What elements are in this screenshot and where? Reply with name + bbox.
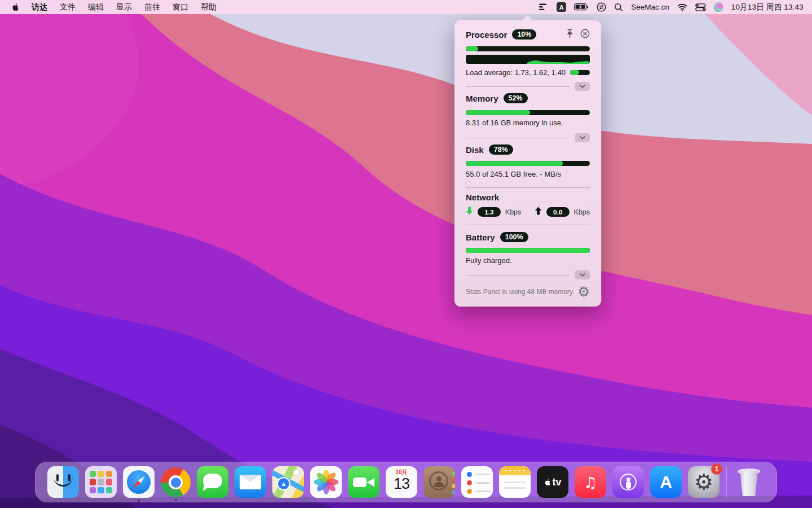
panel-footer-text: Stats Panel is using 48 MB memory. — [466, 288, 575, 296]
menu-item-view[interactable]: 显示 — [116, 2, 132, 12]
processor-section-header: Processor 10% — [466, 29, 590, 40]
battery-detail-text: Fully charged. — [466, 257, 590, 265]
input-source-icon[interactable]: A — [557, 2, 566, 12]
dock-reminders[interactable] — [461, 466, 493, 498]
load-average-text: Load average: 1.73, 1.62, 1.40 — [466, 68, 566, 77]
dock-facetime[interactable] — [348, 466, 379, 498]
dock-launchpad[interactable] — [85, 466, 117, 498]
dock-app-store[interactable]: A — [650, 466, 682, 498]
dock-maps[interactable]: ▲ — [272, 466, 304, 498]
memory-value-badge: 52% — [504, 93, 528, 103]
cpu-usage-bar — [466, 46, 590, 51]
music-note-icon: ♫ — [584, 474, 597, 491]
network-title: Network — [466, 192, 499, 202]
battery-charging-icon[interactable] — [574, 3, 589, 11]
sync-icon[interactable] — [597, 2, 606, 12]
spotlight-search-text[interactable]: SeeMac.cn — [631, 3, 669, 11]
dock-photos[interactable] — [310, 466, 342, 498]
divider — [466, 86, 570, 87]
load-mini-bar — [570, 70, 590, 75]
network-section-header: Network — [466, 191, 590, 203]
search-icon[interactable] — [614, 3, 623, 12]
processor-value-badge: 10% — [512, 29, 536, 40]
divider — [466, 138, 570, 138]
dock-safari[interactable] — [123, 466, 155, 498]
battery-section-header: Battery 100% — [466, 231, 590, 243]
memory-title: Memory — [466, 94, 498, 103]
apple-menu-icon[interactable] — [11, 2, 19, 12]
control-center-icon[interactable] — [695, 3, 706, 11]
upload-rate: 0.0 — [546, 207, 570, 217]
divider — [466, 187, 590, 188]
siri-icon[interactable] — [714, 2, 723, 12]
memory-expand-button[interactable] — [575, 133, 590, 142]
close-icon[interactable] — [580, 29, 590, 41]
dock-system-preferences[interactable]: ⚙ 1 — [688, 466, 720, 498]
processor-expand-button[interactable] — [575, 82, 590, 91]
dock-trash[interactable] — [733, 466, 765, 498]
network-rates-row: 1.3 Kbps 0.0 Kbps — [466, 207, 590, 217]
menu-clock[interactable]: 10月13日 周四 13:43 — [731, 2, 804, 12]
battery-expand-button[interactable] — [575, 270, 590, 279]
memory-usage-bar — [466, 110, 590, 115]
dock-finder[interactable] — [47, 466, 79, 498]
divider — [466, 275, 570, 275]
desktop-wallpaper — [0, 0, 812, 508]
menu-bar: 访达 文件 编辑 显示 前往 窗口 帮助 A — [0, 0, 812, 14]
memory-detail-text: 8.31 of 16 GB memory in use. — [466, 119, 590, 127]
dock-tv[interactable]: tv — [537, 466, 568, 498]
cpu-history-chart — [466, 55, 590, 64]
menu-item-edit[interactable]: 编辑 — [88, 2, 104, 12]
running-indicator — [138, 500, 140, 502]
disk-value-badge: 78% — [489, 144, 513, 155]
menu-item-go[interactable]: 前往 — [144, 2, 160, 12]
menu-item-finder[interactable]: 访达 — [32, 2, 47, 12]
download-unit: Kbps — [505, 208, 522, 216]
disk-section-header: Disk 78% — [466, 144, 590, 155]
menu-item-help[interactable]: 帮助 — [201, 2, 217, 12]
battery-level-bar — [466, 248, 590, 253]
disk-title: Disk — [466, 145, 484, 155]
divider — [466, 225, 590, 225]
dock-messages[interactable] — [197, 466, 228, 498]
notification-badge: 1 — [711, 463, 722, 475]
stats-panel: Processor 10% Load aver — [454, 20, 601, 306]
wifi-icon[interactable] — [677, 3, 687, 11]
dock-contacts[interactable] — [423, 466, 455, 498]
processor-title: Processor — [466, 30, 507, 40]
dock: ▲ 10月 13 — [35, 462, 777, 502]
battery-title: Battery — [466, 233, 495, 242]
dock-podcasts[interactable] — [612, 466, 644, 498]
stats-bars-icon[interactable] — [539, 3, 549, 11]
popover-callout-arrow — [522, 15, 532, 20]
pin-icon[interactable] — [566, 29, 574, 41]
memory-section-header: Memory 52% — [466, 93, 590, 104]
dock-calendar[interactable]: 10月 13 — [386, 466, 417, 498]
upload-arrow-icon — [535, 207, 542, 217]
upload-unit: Kbps — [574, 208, 590, 216]
download-arrow-icon — [466, 207, 473, 217]
disk-usage-bar — [466, 161, 590, 166]
battery-value-badge: 100% — [500, 232, 528, 242]
dock-separator — [726, 466, 727, 498]
running-indicator — [175, 499, 177, 501]
disk-detail-text: 55.0 of 245.1 GB free. - MB/s — [466, 170, 590, 178]
dock-notes[interactable] — [499, 466, 531, 498]
gear-icon[interactable]: ⚙ — [577, 285, 590, 299]
dock-music[interactable]: ♫ — [575, 466, 606, 498]
menu-item-window[interactable]: 窗口 — [173, 2, 188, 12]
menu-item-file[interactable]: 文件 — [60, 2, 76, 12]
download-rate: 1.3 — [478, 207, 501, 217]
dock-mail[interactable] — [235, 466, 266, 498]
dock-chrome[interactable] — [161, 467, 191, 497]
gear-icon: ⚙ — [694, 471, 713, 493]
